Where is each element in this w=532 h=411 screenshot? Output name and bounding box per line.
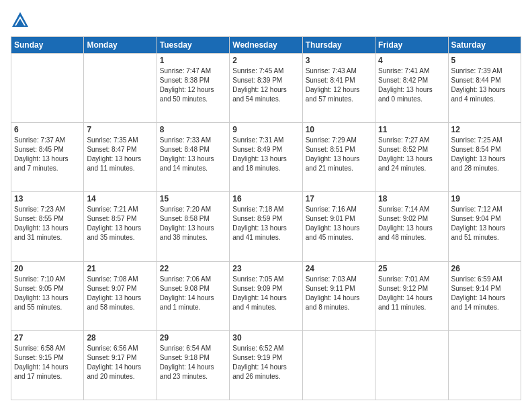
calendar-cell: 22Sunrise: 7:06 AMSunset: 9:08 PMDayligh…: [157, 261, 229, 330]
day-info: Sunrise: 7:41 AMSunset: 8:42 PMDaylight:…: [378, 66, 445, 104]
calendar-cell: 16Sunrise: 7:18 AMSunset: 8:59 PMDayligh…: [230, 192, 302, 261]
day-number: 16: [232, 194, 299, 203]
day-number: 13: [14, 194, 81, 203]
day-number: 22: [160, 264, 226, 273]
day-number: 5: [451, 56, 518, 65]
day-info: Sunrise: 7:37 AMSunset: 8:45 PMDaylight:…: [14, 136, 81, 173]
day-info: Sunrise: 7:23 AMSunset: 8:55 PMDaylight:…: [14, 205, 81, 242]
calendar-cell: 15Sunrise: 7:20 AMSunset: 8:58 PMDayligh…: [157, 192, 229, 261]
day-number: 27: [14, 333, 81, 342]
week-row-2: 6Sunrise: 7:37 AMSunset: 8:45 PMDaylight…: [11, 123, 521, 192]
calendar-cell: 8Sunrise: 7:33 AMSunset: 8:48 PMDaylight…: [157, 123, 229, 192]
weekday-header-tuesday: Tuesday: [157, 37, 229, 54]
calendar-cell: 21Sunrise: 7:08 AMSunset: 9:07 PMDayligh…: [84, 261, 157, 330]
day-number: 14: [87, 194, 153, 203]
day-info: Sunrise: 7:12 AMSunset: 9:04 PMDaylight:…: [451, 205, 518, 242]
calendar-cell: 26Sunrise: 6:59 AMSunset: 9:14 PMDayligh…: [448, 261, 521, 330]
day-number: 3: [306, 56, 372, 65]
day-info: Sunrise: 7:29 AMSunset: 8:51 PMDaylight:…: [306, 136, 372, 173]
day-info: Sunrise: 7:03 AMSunset: 9:11 PMDaylight:…: [306, 275, 372, 312]
calendar-cell: 11Sunrise: 7:27 AMSunset: 8:52 PMDayligh…: [375, 123, 448, 192]
day-info: Sunrise: 7:16 AMSunset: 9:01 PMDaylight:…: [306, 205, 372, 242]
day-info: Sunrise: 6:58 AMSunset: 9:15 PMDaylight:…: [14, 344, 81, 381]
day-number: 24: [306, 264, 372, 273]
calendar-cell: 17Sunrise: 7:16 AMSunset: 9:01 PMDayligh…: [302, 192, 375, 261]
day-number: 19: [451, 194, 518, 203]
day-number: 6: [14, 125, 81, 134]
day-number: 17: [306, 194, 372, 203]
logo-icon: [11, 11, 30, 30]
day-info: Sunrise: 7:05 AMSunset: 9:09 PMDaylight:…: [232, 275, 299, 312]
calendar-cell: [375, 330, 448, 400]
day-number: 21: [87, 264, 153, 273]
weekday-header-row: SundayMondayTuesdayWednesdayThursdayFrid…: [11, 37, 521, 54]
calendar-cell: [448, 330, 521, 400]
calendar-cell: 19Sunrise: 7:12 AMSunset: 9:04 PMDayligh…: [448, 192, 521, 261]
day-number: 25: [378, 264, 445, 273]
calendar-cell: [11, 54, 84, 123]
day-info: Sunrise: 6:54 AMSunset: 9:18 PMDaylight:…: [160, 344, 226, 381]
day-info: Sunrise: 7:33 AMSunset: 8:48 PMDaylight:…: [160, 136, 226, 173]
calendar-cell: 10Sunrise: 7:29 AMSunset: 8:51 PMDayligh…: [302, 123, 375, 192]
week-row-4: 20Sunrise: 7:10 AMSunset: 9:05 PMDayligh…: [11, 261, 521, 330]
day-info: Sunrise: 7:01 AMSunset: 9:12 PMDaylight:…: [378, 275, 445, 312]
day-info: Sunrise: 7:43 AMSunset: 8:41 PMDaylight:…: [306, 66, 372, 104]
day-number: 30: [232, 333, 299, 342]
calendar-cell: 4Sunrise: 7:41 AMSunset: 8:42 PMDaylight…: [375, 54, 448, 123]
day-info: Sunrise: 7:18 AMSunset: 8:59 PMDaylight:…: [232, 205, 299, 242]
day-number: 29: [160, 333, 226, 342]
day-info: Sunrise: 7:25 AMSunset: 8:54 PMDaylight:…: [451, 136, 518, 173]
day-info: Sunrise: 7:47 AMSunset: 8:38 PMDaylight:…: [160, 66, 226, 104]
day-info: Sunrise: 7:06 AMSunset: 9:08 PMDaylight:…: [160, 275, 226, 312]
day-info: Sunrise: 6:56 AMSunset: 9:17 PMDaylight:…: [87, 344, 153, 381]
calendar-cell: 29Sunrise: 6:54 AMSunset: 9:18 PMDayligh…: [157, 330, 229, 400]
calendar-cell: 24Sunrise: 7:03 AMSunset: 9:11 PMDayligh…: [302, 261, 375, 330]
day-number: 2: [232, 56, 299, 65]
calendar-cell: 5Sunrise: 7:39 AMSunset: 8:44 PMDaylight…: [448, 54, 521, 123]
day-info: Sunrise: 7:20 AMSunset: 8:58 PMDaylight:…: [160, 205, 226, 242]
day-number: 9: [232, 125, 299, 134]
day-number: 10: [306, 125, 372, 134]
day-number: 23: [232, 264, 299, 273]
logo: [11, 11, 32, 30]
day-number: 15: [160, 194, 226, 203]
day-number: 28: [87, 333, 153, 342]
day-info: Sunrise: 7:21 AMSunset: 8:57 PMDaylight:…: [87, 205, 153, 242]
calendar-cell: 1Sunrise: 7:47 AMSunset: 8:38 PMDaylight…: [157, 54, 229, 123]
day-info: Sunrise: 7:14 AMSunset: 9:02 PMDaylight:…: [378, 205, 445, 242]
day-number: 20: [14, 264, 81, 273]
calendar-table: SundayMondayTuesdayWednesdayThursdayFrid…: [11, 36, 521, 400]
calendar-cell: 6Sunrise: 7:37 AMSunset: 8:45 PMDaylight…: [11, 123, 84, 192]
calendar-cell: 12Sunrise: 7:25 AMSunset: 8:54 PMDayligh…: [448, 123, 521, 192]
calendar-cell: 3Sunrise: 7:43 AMSunset: 8:41 PMDaylight…: [302, 54, 375, 123]
calendar-cell: 25Sunrise: 7:01 AMSunset: 9:12 PMDayligh…: [375, 261, 448, 330]
day-number: 12: [451, 125, 518, 134]
weekday-header-monday: Monday: [84, 37, 157, 54]
calendar-cell: 14Sunrise: 7:21 AMSunset: 8:57 PMDayligh…: [84, 192, 157, 261]
page: SundayMondayTuesdayWednesdayThursdayFrid…: [0, 0, 532, 411]
calendar-cell: 9Sunrise: 7:31 AMSunset: 8:49 PMDaylight…: [230, 123, 302, 192]
day-info: Sunrise: 6:59 AMSunset: 9:14 PMDaylight:…: [451, 275, 518, 312]
calendar-cell: [84, 54, 157, 123]
week-row-5: 27Sunrise: 6:58 AMSunset: 9:15 PMDayligh…: [11, 330, 521, 400]
day-number: 7: [87, 125, 153, 134]
calendar-cell: 18Sunrise: 7:14 AMSunset: 9:02 PMDayligh…: [375, 192, 448, 261]
day-number: 18: [378, 194, 445, 203]
day-info: Sunrise: 7:35 AMSunset: 8:47 PMDaylight:…: [87, 136, 153, 173]
calendar-cell: 27Sunrise: 6:58 AMSunset: 9:15 PMDayligh…: [11, 330, 84, 400]
day-info: Sunrise: 7:45 AMSunset: 8:39 PMDaylight:…: [232, 66, 299, 104]
week-row-3: 13Sunrise: 7:23 AMSunset: 8:55 PMDayligh…: [11, 192, 521, 261]
calendar-cell: 2Sunrise: 7:45 AMSunset: 8:39 PMDaylight…: [230, 54, 302, 123]
day-info: Sunrise: 7:08 AMSunset: 9:07 PMDaylight:…: [87, 275, 153, 312]
day-info: Sunrise: 6:52 AMSunset: 9:19 PMDaylight:…: [232, 344, 299, 381]
calendar-cell: [302, 330, 375, 400]
calendar-cell: 30Sunrise: 6:52 AMSunset: 9:19 PMDayligh…: [230, 330, 302, 400]
day-number: 1: [160, 56, 226, 65]
day-info: Sunrise: 7:27 AMSunset: 8:52 PMDaylight:…: [378, 136, 445, 173]
calendar-cell: 20Sunrise: 7:10 AMSunset: 9:05 PMDayligh…: [11, 261, 84, 330]
day-number: 11: [378, 125, 445, 134]
day-info: Sunrise: 7:39 AMSunset: 8:44 PMDaylight:…: [451, 66, 518, 104]
calendar-cell: 13Sunrise: 7:23 AMSunset: 8:55 PMDayligh…: [11, 192, 84, 261]
week-row-1: 1Sunrise: 7:47 AMSunset: 8:38 PMDaylight…: [11, 54, 521, 123]
weekday-header-sunday: Sunday: [11, 37, 84, 54]
